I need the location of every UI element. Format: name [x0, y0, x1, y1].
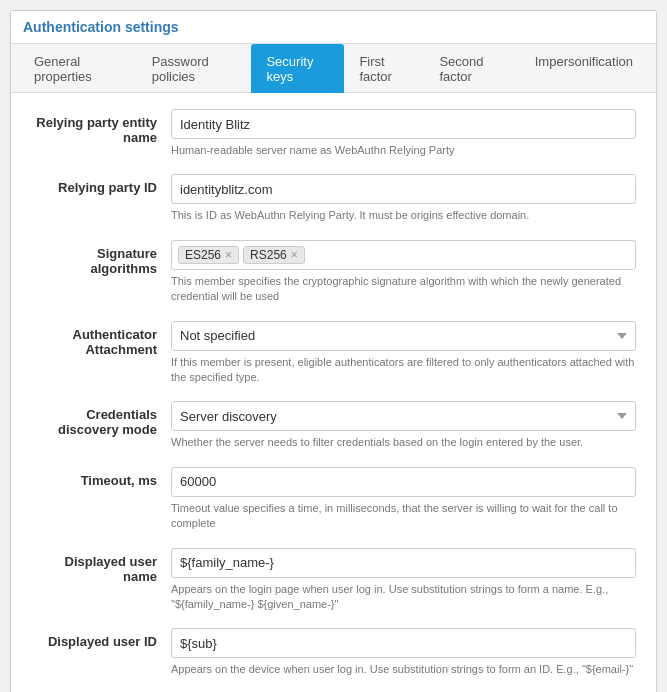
tab-general[interactable]: General properties — [19, 44, 137, 93]
relying-party-id-label: Relying party ID — [31, 174, 171, 195]
tab-second[interactable]: Second factor — [424, 44, 519, 93]
tag-es256-remove[interactable]: × — [225, 249, 232, 261]
credentials-discovery-mode-select[interactable]: Server discovery Client discovery — [171, 401, 636, 431]
timeout-row: Timeout, ms Timeout value specifies a ti… — [31, 467, 636, 532]
credentials-discovery-mode-help: Whether the server needs to filter crede… — [171, 435, 636, 450]
displayed-user-name-content: Appears on the login page when user log … — [171, 548, 636, 613]
authenticator-attachment-help: If this member is present, eligible auth… — [171, 355, 636, 386]
displayed-user-id-label: Displayed user ID — [31, 628, 171, 649]
authenticator-attachment-row: Authenticator Attachment Not specified P… — [31, 321, 636, 386]
timeout-label: Timeout, ms — [31, 467, 171, 488]
tab-impersonification[interactable]: Impersonification — [520, 44, 648, 93]
relying-party-id-help: This is ID as WebAuthn Relying Party. It… — [171, 208, 636, 223]
relying-party-id-row: Relying party ID This is ID as WebAuthn … — [31, 174, 636, 223]
tab-first[interactable]: First factor — [344, 44, 424, 93]
relying-party-entity-name-row: Relying party entity name Human-readable… — [31, 109, 636, 158]
credentials-discovery-mode-content: Server discovery Client discovery Whethe… — [171, 401, 636, 450]
tag-rs256-remove[interactable]: × — [291, 249, 298, 261]
timeout-input[interactable] — [171, 467, 636, 497]
relying-party-id-input[interactable] — [171, 174, 636, 204]
timeout-content: Timeout value specifies a time, in milli… — [171, 467, 636, 532]
relying-party-entity-name-content: Human-readable server name as WebAuthn R… — [171, 109, 636, 158]
displayed-user-id-input[interactable] — [171, 628, 636, 658]
displayed-user-name-label: Displayed user name — [31, 548, 171, 584]
signature-algorithms-content: ES256 × RS256 × This member specifies th… — [171, 240, 636, 305]
displayed-user-id-row: Displayed user ID Appears on the device … — [31, 628, 636, 677]
authenticator-attachment-label: Authenticator Attachment — [31, 321, 171, 357]
displayed-user-name-row: Displayed user name Appears on the login… — [31, 548, 636, 613]
tag-rs256[interactable]: RS256 × — [243, 246, 305, 264]
tag-es256-label: ES256 — [185, 248, 221, 262]
relying-party-id-content: This is ID as WebAuthn Relying Party. It… — [171, 174, 636, 223]
displayed-user-id-content: Appears on the device when user log in. … — [171, 628, 636, 677]
tag-es256[interactable]: ES256 × — [178, 246, 239, 264]
relying-party-entity-name-help: Human-readable server name as WebAuthn R… — [171, 143, 636, 158]
page-title: Authentication settings — [23, 19, 179, 35]
tab-security[interactable]: Security keys — [251, 44, 344, 93]
tab-bar: General properties Password policies Sec… — [11, 44, 656, 93]
timeout-help: Timeout value specifies a time, in milli… — [171, 501, 636, 532]
authenticator-attachment-select[interactable]: Not specified Platform Cross-platform — [171, 321, 636, 351]
signature-algorithms-label: Signature algorithms — [31, 240, 171, 276]
signature-algorithms-help: This member specifies the cryptographic … — [171, 274, 636, 305]
displayed-user-name-input[interactable] — [171, 548, 636, 578]
credentials-discovery-mode-label: Credentials discovery mode — [31, 401, 171, 437]
relying-party-entity-name-label: Relying party entity name — [31, 109, 171, 145]
tab-password[interactable]: Password policies — [137, 44, 252, 93]
displayed-user-name-help: Appears on the login page when user log … — [171, 582, 636, 613]
displayed-user-id-help: Appears on the device when user log in. … — [171, 662, 636, 677]
signature-algorithms-tag-input[interactable]: ES256 × RS256 × — [171, 240, 636, 270]
authenticator-attachment-content: Not specified Platform Cross-platform If… — [171, 321, 636, 386]
relying-party-entity-name-input[interactable] — [171, 109, 636, 139]
tag-rs256-label: RS256 — [250, 248, 287, 262]
credentials-discovery-mode-row: Credentials discovery mode Server discov… — [31, 401, 636, 450]
signature-algorithms-row: Signature algorithms ES256 × RS256 × Thi… — [31, 240, 636, 305]
